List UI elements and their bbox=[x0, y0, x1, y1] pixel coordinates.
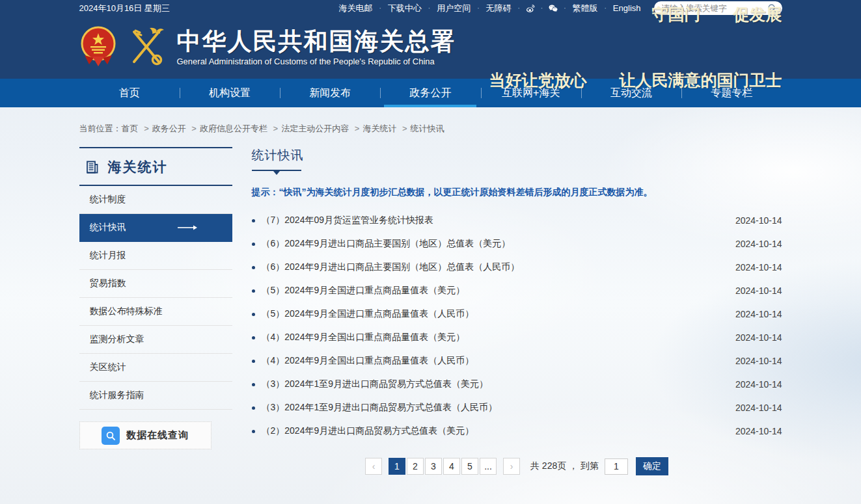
item-date: 2024-10-14 bbox=[735, 285, 782, 296]
topbar-link-userspace[interactable]: 用户空间 bbox=[433, 3, 474, 14]
topbar-link-download[interactable]: 下载中心 bbox=[384, 3, 426, 14]
item-date: 2024-10-14 bbox=[735, 403, 782, 413]
item-title-link[interactable]: （5）2024年9月全国进口重点商品量值表（美元） bbox=[262, 285, 722, 297]
site-header: 中华人民共和国海关总署 General Administration of Cu… bbox=[0, 16, 861, 79]
list-item: （6）2024年9月进出口商品主要国别（地区）总值表（美元）2024-10-14 bbox=[252, 232, 782, 256]
goto-page-input[interactable] bbox=[605, 458, 628, 475]
sidebar-item-analysis-articles[interactable]: 监测分析文章 bbox=[79, 326, 232, 354]
pagination: ‹ 1 2 3 4 5 ... › 共 228页 ， 到第 确定 bbox=[252, 457, 782, 475]
item-date: 2024-10-14 bbox=[735, 356, 782, 366]
dot-separator: · bbox=[564, 5, 566, 12]
nav-item-news[interactable]: 新闻发布 bbox=[280, 79, 380, 107]
list-item: （6）2024年9月进出口商品主要国别（地区）总值表（人民币）2024-10-1… bbox=[252, 256, 782, 279]
page-ellipsis[interactable]: ... bbox=[480, 458, 497, 475]
dot-separator: · bbox=[379, 5, 381, 12]
item-title-link[interactable]: （3）2024年1至9月进出口商品贸易方式总值表（人民币） bbox=[262, 402, 722, 414]
dot-separator: · bbox=[605, 5, 607, 12]
data-query-button[interactable]: 数据在线查询 bbox=[79, 421, 212, 449]
national-emblem bbox=[79, 25, 117, 70]
confirm-button[interactable]: 确定 bbox=[636, 457, 668, 475]
sidebar-item-trade-index[interactable]: 贸易指数 bbox=[79, 270, 232, 298]
bullet-icon bbox=[252, 383, 255, 386]
page-title: 统计快讯 bbox=[252, 147, 782, 164]
slogan-line1: 守国门 促发展 bbox=[489, 4, 782, 26]
sidebar-header: 海关统计 bbox=[79, 147, 232, 186]
nav-item-home[interactable]: 首页 bbox=[79, 79, 180, 107]
total-pages-text: 共 228页 ， 到第 bbox=[530, 460, 599, 472]
nav-item-special-topics[interactable]: 专题专栏 bbox=[681, 79, 782, 107]
current-date: 2024年10月16日 星期三 bbox=[79, 3, 170, 14]
sidebar-item-monthly-report[interactable]: 统计月报 bbox=[79, 242, 232, 270]
item-date: 2024-10-14 bbox=[735, 332, 782, 343]
main-content: 统计快讯 提示：“快讯”为海关统计月度初步汇总数据，以更正统计原始资料差错后形成… bbox=[252, 147, 782, 475]
breadcrumb-link-statistics-express[interactable]: 统计快讯 bbox=[411, 124, 444, 133]
topbar-link-mail[interactable]: 海关电邮 bbox=[335, 3, 376, 14]
page-button-4[interactable]: 4 bbox=[443, 458, 460, 475]
item-title-link[interactable]: （2）2024年9月进出口商品贸易方式总值表（美元） bbox=[262, 425, 722, 437]
breadcrumb-separator: > bbox=[191, 124, 197, 133]
arrow-right-icon bbox=[178, 224, 197, 231]
page-button-1[interactable]: 1 bbox=[389, 458, 405, 475]
bullet-icon bbox=[252, 266, 255, 269]
list-item: （4）2024年9月全国出口重点商品量值表（人民币）2024-10-14 bbox=[252, 349, 782, 373]
breadcrumb-link-home[interactable]: 首页 bbox=[122, 124, 139, 133]
next-page-button[interactable]: › bbox=[503, 458, 520, 475]
breadcrumb-separator: > bbox=[144, 124, 149, 133]
bullet-icon bbox=[252, 430, 255, 433]
nav-item-organization[interactable]: 机构设置 bbox=[180, 79, 280, 107]
site-title: 中华人民共和国海关总署 bbox=[177, 29, 456, 55]
item-date: 2024-10-14 bbox=[735, 426, 782, 436]
news-list: （7）2024年09月货运监管业务统计快报表2024-10-14 （6）2024… bbox=[252, 209, 782, 443]
sidebar-item-service-guide[interactable]: 统计服务指南 bbox=[79, 382, 232, 410]
data-query-label: 数据在线查询 bbox=[126, 429, 189, 442]
dot-separator: · bbox=[517, 5, 519, 12]
list-item: （2）2024年9月进出口商品贸易方式总值表（美元）2024-10-14 bbox=[252, 419, 782, 443]
document-icon bbox=[85, 159, 100, 175]
dot-separator: · bbox=[541, 5, 543, 12]
list-item: （7）2024年09月货运监管业务统计快报表2024-10-14 bbox=[252, 209, 782, 232]
customs-logo-icon bbox=[126, 25, 167, 70]
bullet-icon bbox=[252, 336, 255, 339]
sidebar-item-district-statistics[interactable]: 关区统计 bbox=[79, 354, 232, 382]
page-button-5[interactable]: 5 bbox=[461, 458, 478, 475]
item-title-link[interactable]: （4）2024年9月全国出口重点商品量值表（人民币） bbox=[262, 355, 722, 367]
item-date: 2024-10-14 bbox=[735, 215, 782, 226]
item-title-link[interactable]: （4）2024年9月全国出口重点商品量值表（美元） bbox=[262, 332, 722, 343]
bullet-icon bbox=[252, 313, 255, 316]
breadcrumb-link-info-disclosure[interactable]: 政府信息公开专栏 bbox=[200, 124, 267, 133]
list-item: （5）2024年9月全国进口重点商品量值表（美元）2024-10-14 bbox=[252, 279, 782, 302]
list-item: （3）2024年1至9月进出口商品贸易方式总值表（美元）2024-10-14 bbox=[252, 373, 782, 396]
breadcrumb-link-customs-statistics[interactable]: 海关统计 bbox=[362, 124, 396, 133]
sidebar-item-data-standard[interactable]: 数据公布特殊标准 bbox=[79, 298, 232, 326]
breadcrumb-separator: > bbox=[273, 124, 279, 133]
nav-item-interaction[interactable]: 互动交流 bbox=[581, 79, 681, 107]
nav-item-internet-customs[interactable]: 互联网+海关 bbox=[481, 79, 581, 107]
breadcrumb-link-gov-affairs[interactable]: 政务公开 bbox=[152, 124, 186, 133]
breadcrumb-separator: > bbox=[402, 124, 407, 133]
item-title-link[interactable]: （3）2024年1至9月进出口商品贸易方式总值表（美元） bbox=[262, 378, 722, 390]
sidebar-item-statistics-system[interactable]: 统计制度 bbox=[79, 186, 232, 214]
bullet-icon bbox=[252, 406, 255, 410]
prev-page-button[interactable]: ‹ bbox=[365, 458, 382, 475]
breadcrumb-prefix: 当前位置： bbox=[79, 124, 122, 133]
bullet-icon bbox=[252, 219, 255, 222]
sidebar-item-statistics-express[interactable]: 统计快讯 bbox=[79, 214, 232, 242]
item-title-link[interactable]: （6）2024年9月进出口商品主要国别（地区）总值表（人民币） bbox=[262, 261, 722, 273]
list-item: （3）2024年1至9月进出口商品贸易方式总值表（人民币）2024-10-14 bbox=[252, 396, 782, 419]
item-title-link[interactable]: （7）2024年09月货运监管业务统计快报表 bbox=[262, 215, 722, 226]
page-button-2[interactable]: 2 bbox=[407, 458, 424, 475]
item-title-link[interactable]: （5）2024年9月全国进口重点商品量值表（人民币） bbox=[262, 308, 722, 320]
page-button-3[interactable]: 3 bbox=[425, 458, 442, 475]
site-subtitle: General Administration of Customs of the… bbox=[177, 57, 456, 66]
bullet-icon bbox=[252, 289, 255, 293]
notice-text: 提示：“快讯”为海关统计月度初步汇总数据，以更正统计原始资料差错后形成的月度正式… bbox=[252, 187, 782, 198]
search-icon bbox=[102, 427, 120, 445]
breadcrumb-link-statutory-content[interactable]: 法定主动公开内容 bbox=[281, 124, 349, 133]
item-title-link[interactable]: （6）2024年9月进出口商品主要国别（地区）总值表（美元） bbox=[262, 238, 722, 250]
bullet-icon bbox=[252, 360, 255, 363]
item-date: 2024-10-14 bbox=[735, 239, 782, 249]
nav-item-gov-affairs[interactable]: 政务公开 bbox=[380, 79, 480, 107]
item-date: 2024-10-14 bbox=[735, 309, 782, 319]
sidebar-title: 海关统计 bbox=[108, 158, 168, 176]
dot-separator: · bbox=[428, 5, 430, 12]
